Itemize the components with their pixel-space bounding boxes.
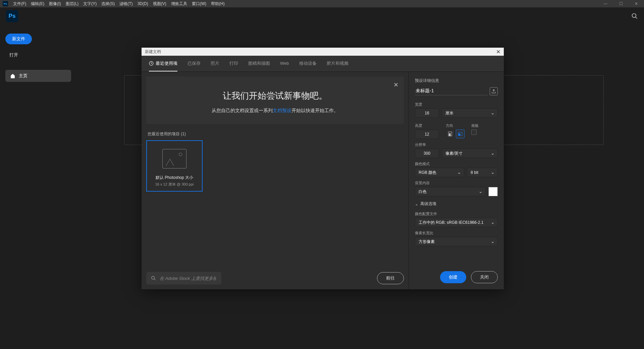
menu-filter[interactable]: 滤镜(T) [117, 0, 135, 7]
pixel-aspect-select[interactable]: 方形像素 [415, 237, 498, 246]
svg-point-3 [152, 276, 155, 279]
tab-art[interactable]: 图稿和插图 [248, 56, 270, 71]
open-button[interactable]: 打开 [5, 50, 62, 60]
color-mode-select[interactable]: RGB 颜色 [415, 168, 464, 177]
svg-point-0 [632, 14, 636, 18]
menu-3d[interactable]: 3D(D) [135, 1, 151, 7]
new-file-button[interactable]: 新文件 [5, 34, 32, 44]
create-button[interactable]: 创建 [440, 271, 466, 283]
tab-photo[interactable]: 照片 [211, 56, 219, 71]
document-name-input[interactable] [415, 87, 488, 95]
resolution-unit-select[interactable]: 像素/英寸 [442, 149, 498, 158]
hero-presets-link[interactable]: 文档预设 [273, 108, 291, 113]
background-label: 背景内容 [415, 181, 498, 186]
preset-card[interactable]: 默认 Photoshop 大小 16 x 12 厘米 @ 300 ppi [146, 140, 203, 192]
bit-depth-select[interactable]: 8 bit [467, 168, 498, 177]
save-preset-icon[interactable] [490, 87, 498, 95]
tab-recent-label: 最近使用项 [156, 60, 177, 66]
clock-icon [149, 61, 154, 66]
svg-line-1 [636, 17, 637, 19]
tab-recent[interactable]: 最近使用项 [149, 56, 177, 71]
recent-items-label: 您最近使用的项目 (1) [148, 131, 404, 137]
color-profile-select[interactable]: 工作中的 RGB: sRGB IEC61966-2.1 [415, 218, 498, 227]
top-header: Ps [0, 7, 644, 25]
ps-small-icon: Ps [3, 1, 8, 6]
menu-window[interactable]: 窗口(W) [190, 0, 209, 7]
width-label: 宽度 [415, 102, 498, 107]
height-label: 高度 [415, 123, 439, 128]
menu-help[interactable]: 帮助(H) [209, 0, 227, 7]
preset-details-panel: 预设详细信息 宽度 厘米 高度 方向 [409, 72, 504, 289]
menu-layer[interactable]: 图层(L) [63, 0, 81, 7]
menubar: Ps 文件(F) 编辑(E) 图像(I) 图层(L) 文字(Y) 选择(S) 滤… [0, 0, 644, 7]
stock-search-input[interactable] [146, 272, 221, 285]
menu-file[interactable]: 文件(F) [11, 0, 29, 7]
menu-image[interactable]: 图像(I) [47, 0, 63, 7]
menu-type[interactable]: 文字(Y) [81, 0, 99, 7]
dialog-tabs: 最近使用项 已保存 照片 打印 图稿和插图 Web 移动设备 胶片和视频 [142, 56, 504, 72]
resolution-label: 分辨率 [415, 142, 498, 147]
hero-title: 让我们开始尝试新事物吧。 [158, 90, 392, 102]
details-heading: 预设详细信息 [415, 78, 498, 84]
preset-meta: 16 x 12 厘米 @ 300 ppi [151, 182, 198, 187]
color-mode-label: 颜色模式 [415, 161, 498, 166]
dialog-left-column: ✕ 让我们开始尝试新事物吧。 从您自己的文档设置或一系列文档预设开始以快速开始工… [142, 72, 409, 289]
menu-view[interactable]: 视图(V) [151, 0, 169, 7]
width-input[interactable] [415, 108, 439, 118]
left-panel: 新文件 打开 主页 [5, 34, 62, 82]
resolution-input[interactable] [415, 149, 439, 158]
svg-line-4 [154, 279, 155, 280]
hero-banner: ✕ 让我们开始尝试新事物吧。 从您自己的文档设置或一系列文档预设开始以快速开始工… [146, 77, 404, 124]
new-document-dialog: 新建文档 ✕ 最近使用项 已保存 照片 打印 图稿和插图 Web 移动设备 胶片… [142, 48, 504, 289]
dialog-body: ✕ 让我们开始尝试新事物吧。 从您自己的文档设置或一系列文档预设开始以快速开始工… [142, 72, 504, 289]
svg-rect-7 [449, 134, 450, 136]
dialog-title: 新建文档 [145, 49, 161, 55]
background-select[interactable]: 白色 [415, 187, 486, 196]
close-window-button[interactable]: ✕ [629, 0, 644, 7]
tab-saved[interactable]: 已保存 [187, 56, 201, 71]
svg-rect-9 [459, 134, 460, 136]
minimize-button[interactable]: — [598, 0, 613, 7]
window-controls: — ☐ ✕ [598, 0, 644, 7]
tab-film[interactable]: 胶片和视频 [327, 56, 348, 71]
dialog-titlebar: 新建文档 ✕ [142, 48, 504, 56]
advanced-options-toggle[interactable]: ⌄ 高级选项 [415, 201, 498, 207]
tab-mobile[interactable]: 移动设备 [299, 56, 317, 71]
maximize-button[interactable]: ☐ [613, 0, 629, 7]
hero-close-button[interactable]: ✕ [393, 81, 398, 89]
pixel-aspect-label: 像素长宽比 [415, 231, 498, 236]
background-swatch[interactable] [488, 187, 498, 196]
stock-search-row: 前往 [146, 272, 404, 285]
search-icon[interactable] [631, 13, 638, 19]
close-button[interactable]: 关闭 [471, 271, 498, 283]
hero-subtitle: 从您自己的文档设置或一系列文档预设开始以快速开始工作。 [158, 108, 392, 114]
preset-thumb-icon [162, 149, 186, 168]
stock-go-button[interactable]: 前往 [377, 272, 404, 284]
ps-logo-icon: Ps [6, 10, 18, 22]
width-unit-select[interactable]: 厘米 [442, 108, 498, 118]
artboard-label: 画板 [471, 123, 479, 128]
artboard-checkbox[interactable] [471, 130, 477, 135]
height-input[interactable] [415, 130, 439, 139]
dialog-footer: 创建 关闭 [415, 265, 498, 283]
color-profile-label: 颜色配置文件 [415, 211, 498, 216]
nav-home-label: 主页 [19, 73, 28, 79]
dialog-close-button[interactable]: ✕ [496, 49, 500, 55]
menu-edit[interactable]: 编辑(E) [29, 0, 47, 7]
orientation-label: 方向 [446, 123, 465, 128]
tab-print[interactable]: 打印 [229, 56, 238, 71]
orientation-portrait-button[interactable] [446, 130, 454, 138]
chevron-down-icon: ⌄ [415, 202, 418, 206]
tab-web[interactable]: Web [280, 56, 289, 71]
nav-home[interactable]: 主页 [5, 70, 71, 82]
menu-select[interactable]: 选择(S) [99, 0, 117, 7]
orientation-landscape-button[interactable] [456, 130, 465, 138]
menu-plugins[interactable]: 增效工具 [169, 0, 190, 7]
search-icon [151, 276, 156, 281]
preset-title: 默认 Photoshop 大小 [151, 174, 198, 181]
home-icon [10, 73, 15, 79]
